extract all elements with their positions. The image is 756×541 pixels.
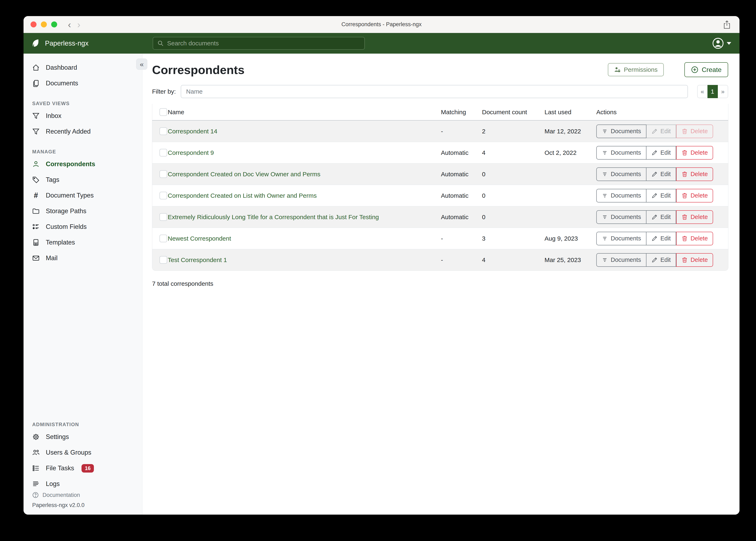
correspondent-name-link[interactable]: Test Correspondent 1 [168, 257, 227, 263]
gear-icon [32, 433, 40, 441]
documents-button[interactable]: Documents [596, 168, 646, 181]
delete-button[interactable]: Delete [676, 146, 713, 160]
trash-icon [682, 150, 688, 156]
documents-button[interactable]: Documents [596, 125, 646, 138]
correspondent-name-link[interactable]: Correspondent 9 [168, 149, 214, 156]
correspondent-name-link[interactable]: Correspondent Created on Doc View Owner … [168, 171, 320, 178]
sidebar-item-dashboard[interactable]: Dashboard [24, 60, 142, 76]
trash-icon [682, 236, 688, 242]
trash-icon [682, 257, 688, 263]
sidebar-collapse-button[interactable]: « [136, 59, 147, 70]
row-checkbox[interactable] [159, 213, 167, 221]
text-lines-icon [32, 480, 40, 488]
main-content: Correspondents Permissions [142, 54, 739, 515]
row-checkbox[interactable] [159, 192, 167, 199]
sidebar-item-correspondents[interactable]: Correspondents [24, 156, 142, 172]
sidebar-item-label: Recently Added [46, 128, 91, 135]
envelope-icon [32, 255, 40, 262]
create-button[interactable]: Create [684, 62, 728, 77]
row-checkbox[interactable] [159, 170, 167, 178]
current-page-button[interactable]: 1 [708, 85, 718, 98]
share-icon[interactable] [723, 20, 731, 29]
sidebar-item-documents[interactable]: Documents [24, 76, 142, 91]
sidebar-item-label: Logs [46, 480, 60, 488]
sidebar-item-tags[interactable]: Tags [24, 172, 142, 188]
next-page-button[interactable]: » [718, 85, 728, 98]
search-input[interactable] [167, 40, 360, 47]
delete-button[interactable]: Delete [676, 253, 713, 267]
copy-icon [32, 80, 40, 87]
documents-button[interactable]: Documents [596, 253, 646, 267]
document-count-value: 0 [482, 192, 545, 199]
documentation-label: Documentation [43, 492, 80, 498]
matching-value: Automatic [441, 192, 482, 199]
sidebar-item-document-types[interactable]: # Document Types [24, 188, 142, 203]
row-checkbox[interactable] [159, 256, 167, 264]
correspondent-name-link[interactable]: Correspondent Created on List with Owner… [168, 192, 317, 199]
paperless-leaf-logo-icon [31, 39, 40, 48]
sidebar-item-storage-paths[interactable]: Storage Paths [24, 203, 142, 219]
column-header-matching[interactable]: Matching [441, 109, 482, 116]
pencil-icon [651, 193, 658, 199]
sidebar-item-label: File Tasks [46, 464, 74, 472]
correspondent-name-link[interactable]: Extremely Ridiculously Long Title for a … [168, 214, 379, 221]
edit-button[interactable]: Edit [646, 125, 676, 138]
app-brand[interactable]: Paperless-ngx [31, 39, 89, 48]
documents-button[interactable]: Documents [596, 210, 646, 224]
edit-button[interactable]: Edit [646, 189, 676, 203]
chevron-down-icon [727, 42, 731, 45]
correspondent-name-link[interactable]: Newest Correspondent [168, 235, 231, 242]
sidebar-item-inbox[interactable]: Inbox [24, 108, 142, 124]
edit-button[interactable]: Edit [646, 232, 676, 245]
edit-button[interactable]: Edit [646, 168, 676, 181]
delete-button[interactable]: Delete [676, 189, 713, 203]
sidebar-item-custom-fields[interactable]: Custom Fields [24, 219, 142, 235]
documentation-link[interactable]: Documentation [32, 492, 142, 498]
sidebar-section-saved-views: SAVED VIEWS [32, 101, 142, 106]
plus-circle-icon [691, 66, 698, 73]
edit-button[interactable]: Edit [646, 146, 676, 160]
column-header-name[interactable]: Name [168, 109, 441, 116]
documents-button[interactable]: Documents [596, 146, 646, 160]
document-count-value: 0 [482, 171, 545, 178]
row-checkbox[interactable] [159, 235, 167, 242]
sidebar-item-users-groups[interactable]: Users & Groups [24, 445, 142, 460]
funnel-icon [32, 128, 40, 135]
delete-button[interactable]: Delete [676, 168, 713, 181]
column-header-last-used[interactable]: Last used [545, 109, 596, 116]
delete-button[interactable]: Delete [676, 232, 713, 245]
filter-icon [602, 193, 608, 199]
filter-name-input[interactable] [181, 85, 688, 98]
row-checkbox[interactable] [159, 127, 167, 135]
previous-page-button[interactable]: « [697, 85, 708, 98]
user-menu[interactable] [712, 38, 731, 49]
search-icon [157, 40, 164, 47]
documents-button[interactable]: Documents [596, 189, 646, 203]
select-all-checkbox[interactable] [159, 108, 167, 116]
matching-value: - [441, 257, 482, 264]
delete-button[interactable]: Delete [676, 210, 713, 224]
sidebar-item-recently-added[interactable]: Recently Added [24, 124, 142, 139]
sidebar-item-templates[interactable]: Templates [24, 235, 142, 250]
row-checkbox[interactable] [159, 149, 167, 157]
hash-icon: # [32, 191, 40, 200]
brand-label: Paperless-ngx [45, 39, 89, 47]
matching-value: Automatic [441, 214, 482, 221]
delete-button[interactable]: Delete [676, 125, 713, 138]
sidebar-item-file-tasks[interactable]: File Tasks 16 [24, 460, 142, 476]
sidebar-item-logs[interactable]: Logs [24, 476, 142, 492]
sidebar-item-settings[interactable]: Settings [24, 429, 142, 445]
documents-button[interactable]: Documents [596, 232, 646, 245]
edit-button[interactable]: Edit [646, 210, 676, 224]
global-search[interactable] [153, 37, 365, 50]
table-row: Test Correspondent 1 - 4 Mar 25, 2023 Do… [152, 249, 728, 270]
edit-button[interactable]: Edit [646, 253, 676, 267]
permissions-button[interactable]: Permissions [608, 63, 664, 76]
correspondent-name-link[interactable]: Correspondent 14 [168, 128, 217, 135]
table-row: Correspondent 9 Automatic 4 Oct 2, 2022 … [152, 142, 728, 163]
matching-value: - [441, 235, 482, 242]
trash-icon [682, 171, 688, 177]
sidebar-item-mail[interactable]: Mail [24, 250, 142, 266]
pencil-icon [651, 150, 658, 156]
column-header-document-count[interactable]: Document count [482, 109, 545, 116]
